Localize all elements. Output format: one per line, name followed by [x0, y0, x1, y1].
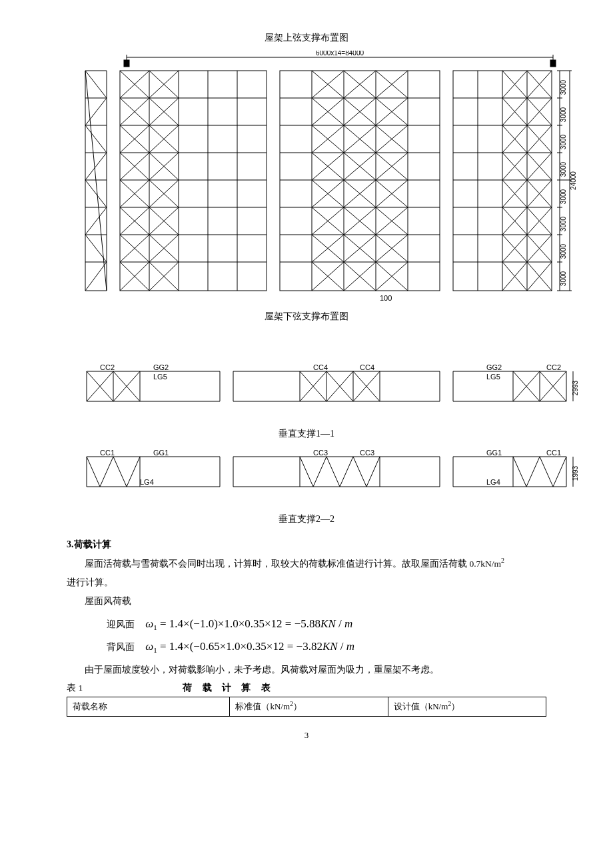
- svg-line-15: [85, 125, 107, 153]
- svg-text:3000: 3000: [560, 189, 567, 204]
- vertical-brace-2: CC1 GG1 LG4 CC3 CC3 GG1 CC1 LG4 19: [67, 447, 546, 507]
- svg-line-259: [366, 457, 380, 487]
- svg-rect-5: [550, 60, 556, 67]
- svg-text:3000: 3000: [560, 161, 567, 177]
- para-1: 屋面活荷载与雪荷载不会同时出现，计算时，取较大的荷载标准值进行计算。故取屋面活荷…: [67, 555, 546, 572]
- svg-text:3000: 3000: [560, 134, 567, 149]
- svg-line-16: [85, 153, 107, 180]
- table-label: 表 1: [67, 682, 83, 694]
- svg-line-270: [513, 457, 526, 487]
- svg-line-273: [553, 457, 566, 487]
- svg-rect-4: [124, 60, 129, 67]
- svg-text:3000: 3000: [560, 243, 567, 259]
- svg-line-254: [300, 457, 313, 487]
- svg-text:CC1: CC1: [546, 449, 561, 457]
- unit-m: m: [494, 559, 502, 569]
- svg-text:CC3: CC3: [313, 449, 328, 457]
- table-row: 荷载名称 标准值（kN/m2） 设计值（kN/m2）: [67, 697, 546, 716]
- svg-text:CC2: CC2: [100, 363, 115, 371]
- para-1b: 进行计算。: [67, 575, 546, 591]
- svg-line-272: [540, 457, 553, 487]
- para-3: 由于屋面坡度较小，对荷载影响小，未予考虑。风荷载对屋面为吸力，重屋架不考虑。: [67, 662, 546, 678]
- svg-line-13: [85, 71, 107, 98]
- para-1a: 屋面活荷载与雪荷载不会同时出现，计算时，取较大的荷载标准值进行计算。故取屋面活荷…: [85, 559, 494, 569]
- svg-text:CC3: CC3: [360, 449, 374, 457]
- section-3-title: 3.荷载计算: [67, 539, 546, 551]
- load-table: 荷载名称 标准值（kN/m2） 设计值（kN/m2）: [67, 697, 546, 716]
- svg-line-18: [85, 207, 107, 235]
- svg-text:1993: 1993: [572, 465, 579, 481]
- table-title-row: 表 1 荷 载 计 算 表: [67, 682, 546, 694]
- svg-line-255: [313, 457, 326, 487]
- svg-line-20: [85, 262, 107, 291]
- svg-text:CC4: CC4: [313, 363, 328, 371]
- lower-chord-diagram: 6000x14=84000: [67, 51, 546, 304]
- upper-chord-caption: 屋架上弦支撑布置图: [67, 32, 546, 44]
- svg-text:3000: 3000: [560, 216, 567, 231]
- vertical-brace-1: CC2 GG2 LG5 CC4 CC4 GG2 LG5 CC2: [67, 361, 546, 421]
- svg-text:3000: 3000: [560, 107, 567, 122]
- svg-text:GG2: GG2: [486, 363, 502, 371]
- th-name: 荷载名称: [67, 697, 230, 716]
- unit-sup: 2: [501, 557, 504, 564]
- svg-text:2993: 2993: [572, 380, 579, 395]
- lower-chord-caption: 屋架下弦支撑布置图: [67, 311, 546, 323]
- vertical-brace-2-caption: 垂直支撑2—2: [67, 513, 546, 525]
- th-design: 设计值（kN/m2）: [388, 697, 546, 716]
- svg-line-258: [353, 457, 366, 487]
- para-2: 屋面风荷载: [67, 593, 546, 609]
- svg-text:LG5: LG5: [486, 373, 500, 381]
- svg-text:GG2: GG2: [153, 363, 169, 371]
- svg-line-243: [113, 457, 127, 487]
- svg-text:LG4: LG4: [140, 478, 154, 486]
- svg-text:3000: 3000: [560, 271, 567, 286]
- svg-text:6000x14=84000: 6000x14=84000: [316, 51, 364, 57]
- page-number: 3: [67, 730, 546, 741]
- formula-2: 背风面 ω1 = 1.4×(−0.65×1.0×0.35×12 = −3.82K…: [107, 640, 546, 654]
- svg-line-256: [326, 457, 340, 487]
- formula-1: 迎风面 ω1 = 1.4×(−1.0)×1.0×0.35×12 = −5.88K…: [107, 617, 546, 631]
- svg-text:CC4: CC4: [360, 363, 374, 371]
- svg-text:GG1: GG1: [486, 449, 502, 457]
- formula-1-label: 迎风面: [107, 619, 135, 629]
- svg-text:LG4: LG4: [486, 478, 500, 486]
- svg-text:3000: 3000: [560, 79, 567, 95]
- svg-text:24000: 24000: [570, 171, 577, 190]
- svg-line-271: [526, 457, 540, 487]
- svg-line-242: [100, 457, 113, 487]
- table-title: 荷 载 计 算 表: [183, 682, 275, 694]
- formula-2-label: 背风面: [107, 642, 135, 652]
- vertical-brace-1-caption: 垂直支撑1—1: [67, 428, 546, 440]
- svg-line-241: [87, 457, 100, 487]
- svg-text:LG5: LG5: [153, 373, 167, 381]
- th-std: 标准值（kN/m2）: [230, 697, 388, 716]
- svg-line-244: [127, 457, 140, 487]
- svg-line-19: [85, 235, 107, 262]
- svg-text:CC2: CC2: [546, 363, 561, 371]
- svg-line-257: [340, 457, 353, 487]
- svg-text:CC1: CC1: [100, 449, 115, 457]
- svg-text:GG1: GG1: [153, 449, 169, 457]
- svg-text:100: 100: [380, 294, 392, 302]
- svg-rect-21: [120, 71, 267, 291]
- svg-rect-65: [280, 71, 440, 291]
